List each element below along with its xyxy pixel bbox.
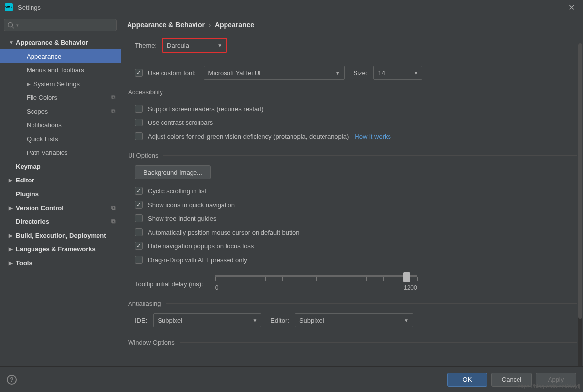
sidebar-item-label: Menus and Toolbars <box>27 66 84 74</box>
hide-popups-label: Hide navigation popups on focus loss <box>148 242 254 250</box>
vertical-scrollbar[interactable] <box>578 43 582 366</box>
sidebar-item-languages-frameworks[interactable]: ▶Languages & Frameworks <box>0 242 121 256</box>
breadcrumb: Appearance & Behavior › Appearance <box>121 21 583 35</box>
help-button[interactable]: ? <box>7 375 17 385</box>
copy-icon: ⧉ <box>111 108 116 115</box>
tree-guides-checkbox[interactable] <box>135 214 143 222</box>
window-title: Settings <box>18 4 41 11</box>
scrollbar-thumb[interactable] <box>578 43 582 319</box>
slider-thumb[interactable] <box>403 272 410 282</box>
sidebar-item-scopes[interactable]: Scopes⧉ <box>0 104 121 118</box>
sidebar-item-path-variables[interactable]: Path Variables <box>0 146 121 159</box>
auto-cursor-label: Automatically position mouse cursor on d… <box>148 229 300 236</box>
sidebar-item-label: File Colors <box>27 94 57 101</box>
colorblind-label: Adjust colors for red-green vision defic… <box>148 133 349 140</box>
search-icon <box>7 22 14 29</box>
sidebar-item-label: Keymap <box>16 163 41 170</box>
font-value: Microsoft YaHei UI <box>208 69 261 77</box>
auto-cursor-checkbox[interactable] <box>135 228 143 236</box>
sidebar-item-build-execution-deployment[interactable]: ▶Build, Execution, Deployment <box>0 228 121 242</box>
colorblind-checkbox[interactable] <box>135 132 143 140</box>
app-icon <box>5 3 13 11</box>
sidebar-item-label: Directories <box>16 218 49 225</box>
tooltip-delay-slider[interactable]: 0 1200 <box>215 271 417 291</box>
chevron-down-icon: ▼ <box>252 318 257 323</box>
main-panel: Appearance & Behavior › Appearance Theme… <box>121 15 583 366</box>
sidebar-item-appearance-behavior[interactable]: ▼Appearance & Behavior <box>0 35 121 49</box>
how-it-works-link[interactable]: How it works <box>355 133 391 140</box>
sidebar-item-tools[interactable]: ▶Tools <box>0 256 121 270</box>
icons-nav-checkbox[interactable] <box>135 201 143 209</box>
theme-value: Darcula <box>167 42 189 49</box>
sidebar-item-version-control[interactable]: ▶Version Control⧉ <box>0 201 121 214</box>
sidebar-item-menus-and-toolbars[interactable]: Menus and Toolbars <box>0 63 121 77</box>
dnd-alt-checkbox[interactable] <box>135 256 143 264</box>
use-custom-font-checkbox[interactable] <box>135 69 143 77</box>
search-input[interactable]: ▾ <box>4 19 117 31</box>
sidebar-item-label: Editor <box>16 177 34 184</box>
contrast-scrollbars-checkbox[interactable] <box>135 119 143 126</box>
sidebar-item-label: Build, Execution, Deployment <box>16 232 106 239</box>
editor-aa-value: Subpixel <box>299 317 324 324</box>
copy-icon: ⧉ <box>111 94 116 101</box>
sidebar-item-label: Languages & Frameworks <box>16 245 96 253</box>
ide-aa-value: Subpixel <box>158 317 182 324</box>
chevron-down-icon: ▼ <box>414 70 419 76</box>
sidebar-item-appearance[interactable]: Appearance <box>0 49 121 63</box>
chevron-right-icon: ▶ <box>9 178 14 183</box>
chevron-down-icon: ▼ <box>9 40 14 45</box>
dialog-footer: ? OK Cancel Apply <box>0 366 583 392</box>
font-select[interactable]: Microsoft YaHei UI ▼ <box>204 66 345 80</box>
editor-aa-select[interactable]: Subpixel ▼ <box>295 313 413 327</box>
tree-guides-label: Show tree indent guides <box>148 215 216 222</box>
sidebar-item-keymap[interactable]: Keymap <box>0 159 121 173</box>
sidebar-item-directories[interactable]: Directories⧉ <box>0 214 121 228</box>
ok-button[interactable]: OK <box>447 373 487 387</box>
editor-aa-label: Editor: <box>270 317 289 324</box>
sidebar-item-label: Notifications <box>27 121 62 129</box>
section-accessibility: Accessibility <box>128 89 577 96</box>
contrast-scrollbars-label: Use contrast scrollbars <box>148 119 213 126</box>
theme-label: Theme: <box>135 42 157 49</box>
slider-min: 0 <box>215 284 219 291</box>
copy-icon: ⧉ <box>111 204 116 211</box>
svg-point-0 <box>8 23 13 27</box>
hide-popups-checkbox[interactable] <box>135 242 143 250</box>
ide-aa-select[interactable]: Subpixel ▼ <box>153 313 261 327</box>
sidebar-item-system-settings[interactable]: ▶System Settings <box>0 77 121 90</box>
screen-readers-label: Support screen readers (requires restart… <box>148 105 264 113</box>
screen-readers-checkbox[interactable] <box>135 105 143 113</box>
sidebar-item-file-colors[interactable]: File Colors⧉ <box>0 90 121 104</box>
sidebar: ▾ ▼Appearance & BehaviorAppearanceMenus … <box>0 15 121 366</box>
sidebar-item-label: Appearance <box>27 53 61 60</box>
settings-content[interactable]: Theme: Darcula ▼ Use custom font: Micros… <box>121 35 583 366</box>
icons-nav-label: Show icons in quick navigation <box>148 201 235 209</box>
cyclic-scrolling-label: Cyclic scrolling in list <box>148 187 206 195</box>
cyclic-scrolling-checkbox[interactable] <box>135 187 143 195</box>
sidebar-item-quick-lists[interactable]: Quick Lists <box>0 132 121 146</box>
sidebar-item-label: Appearance & Behavior <box>16 39 88 46</box>
ide-aa-label: IDE: <box>135 317 147 324</box>
chevron-down-icon: ▼ <box>404 318 409 323</box>
sidebar-item-label: Scopes <box>27 108 48 115</box>
section-ui-options: UI Options <box>128 152 577 159</box>
background-image-button[interactable]: Background Image... <box>135 165 211 179</box>
chevron-down-icon: ▼ <box>335 70 340 76</box>
svg-line-1 <box>12 27 14 29</box>
sidebar-item-editor[interactable]: ▶Editor <box>0 173 121 187</box>
sidebar-item-label: Plugins <box>16 190 39 198</box>
chevron-right-icon: ▶ <box>9 233 14 238</box>
font-size-select[interactable]: 14 ▼ <box>373 66 422 80</box>
section-window-options: Window Options <box>128 339 577 346</box>
sidebar-item-plugins[interactable]: Plugins <box>0 187 121 201</box>
breadcrumb-parent: Appearance & Behavior <box>127 21 205 29</box>
chevron-right-icon: ▶ <box>9 260 14 266</box>
tooltip-delay-label: Tooltip initial delay (ms): <box>135 280 203 288</box>
use-custom-font-label: Use custom font: <box>148 69 196 77</box>
section-antialiasing: Antialiasing <box>128 300 577 307</box>
breadcrumb-sep: › <box>209 21 211 29</box>
close-button[interactable]: ✕ <box>564 3 578 12</box>
theme-select[interactable]: Darcula ▼ <box>162 38 227 52</box>
chevron-right-icon: ▶ <box>9 246 14 252</box>
sidebar-item-notifications[interactable]: Notifications <box>0 118 121 132</box>
